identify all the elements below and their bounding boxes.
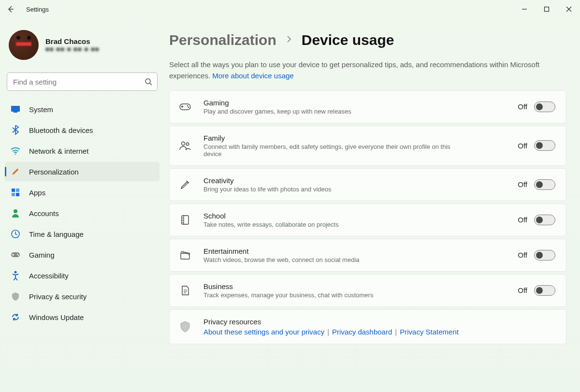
window-controls [513,0,580,18]
gamepad-outline-icon [179,101,191,113]
nav-label: Privacy & security [29,292,87,301]
toggle-entertainment[interactable]: Off [518,250,555,261]
card-privacy-resources: Privacy resources About these settings a… [169,309,566,344]
card-desc: Bring your ideas to life with photos and… [203,186,455,193]
nav-item-system[interactable]: System [5,100,160,119]
toggle-switch [534,285,555,296]
shield-gradient-icon [179,321,191,333]
svg-point-1 [145,79,150,84]
card-title: School [203,212,505,220]
cards-list: Gaming Play and discover games, keep up … [169,90,566,344]
card-business: Business Track expenses, manage your bus… [169,274,566,307]
privacy-link-statement[interactable]: Privacy Statement [400,328,459,336]
people-icon [179,140,191,151]
titlebar-left: Settings [4,2,49,16]
toggle-gaming[interactable]: Off [518,102,555,112]
toggle-state: Off [518,102,527,111]
toggle-switch [534,215,555,225]
gamepad-icon [11,250,20,260]
accessibility-icon [11,271,20,280]
card-title: Creativity [203,176,505,185]
toggle-switch [534,250,555,261]
svg-rect-5 [12,189,15,192]
nav-item-time[interactable]: Time & language [5,224,160,244]
pen-brush-icon [179,179,191,190]
card-body: Creativity Bring your ideas to life with… [203,176,505,193]
svg-point-14 [14,271,17,274]
search-input[interactable] [13,78,145,86]
svg-rect-7 [12,193,15,196]
svg-point-16 [187,105,188,106]
nav-label: Bluetooth & devices [29,126,93,134]
card-title: Family [203,134,505,142]
separator: | [392,328,400,336]
card-body: Family Connect with family members, edit… [203,134,505,158]
nav-label: System [29,105,53,114]
privacy-resources-title: Privacy resources [203,318,555,326]
nav-item-privacy[interactable]: Privacy & security [5,287,160,306]
svg-point-12 [17,254,18,255]
card-title: Gaming [203,99,505,107]
nav-item-gaming[interactable]: Gaming [5,245,160,264]
minimize-button[interactable] [513,0,536,18]
toggle-switch [534,140,555,151]
breadcrumb-parent[interactable]: Personalization [169,32,276,48]
nav-label: Accounts [29,209,59,218]
card-body: Business Track expenses, manage your bus… [203,282,505,299]
apps-icon [11,188,20,197]
search-field[interactable] [7,73,158,91]
toggle-family[interactable]: Off [518,140,555,151]
update-icon [11,312,20,322]
svg-point-9 [14,209,17,213]
main-content: Personalization Device usage Select all … [164,18,580,392]
shield-icon [11,291,20,301]
nav-item-update[interactable]: Windows Update [5,307,160,327]
toggle-switch [534,179,555,190]
person-icon [11,208,20,218]
nav-item-network[interactable]: Network & internet [5,141,160,160]
back-button[interactable] [4,2,17,16]
toggle-state: Off [518,286,527,294]
nav-item-accounts[interactable]: Accounts [5,203,160,223]
nav-item-bluetooth[interactable]: Bluetooth & devices [5,120,160,140]
page-description: Select all the ways you plan to use your… [169,59,551,82]
svg-point-4 [15,154,16,155]
privacy-link-about[interactable]: About these settings and your privacy [203,328,324,336]
close-button[interactable] [558,0,580,18]
breadcrumb: Personalization Device usage [169,32,566,48]
card-entertainment: Entertainment Watch videos, browse the w… [169,239,566,272]
learn-more-link[interactable]: More about device usage [212,72,293,80]
privacy-links: About these settings and your privacy|Pr… [203,328,555,336]
svg-rect-3 [14,112,17,113]
nav: System Bluetooth & devices Network & int… [5,100,160,327]
separator: | [324,328,332,336]
chevron-right-icon [285,35,293,45]
card-body: School Take notes, write essays, collabo… [203,212,505,228]
svg-rect-6 [16,189,19,192]
nav-label: Network & internet [29,147,88,155]
clapperboard-icon [179,249,191,261]
maximize-button[interactable] [536,0,558,18]
privacy-link-dashboard[interactable]: Privacy dashboard [332,328,392,336]
sidebar: Brad Chacos ■■ ■■ ■ ■■ ■ ■■ System Bluet… [0,18,164,392]
card-title: Business [203,282,505,290]
nav-label: Gaming [29,251,55,259]
toggle-creativity[interactable]: Off [518,179,555,190]
profile-block[interactable]: Brad Chacos ■■ ■■ ■ ■■ ■ ■■ [5,28,160,67]
nav-item-apps[interactable]: Apps [5,183,160,202]
toggle-school[interactable]: Off [518,215,555,225]
card-school: School Take notes, write essays, collabo… [169,203,566,236]
toggle-business[interactable]: Off [518,285,555,296]
notebook-icon [179,214,191,226]
monitor-icon [11,104,20,114]
nav-item-personalization[interactable]: Personalization [5,162,160,181]
svg-point-18 [182,142,185,145]
nav-item-accessibility[interactable]: Accessibility [5,266,160,285]
toggle-state: Off [518,142,527,150]
user-name: Brad Chacos [45,37,100,45]
card-desc: Connect with family members, edit safety… [203,143,455,158]
toggle-switch [534,102,555,112]
search-container [5,67,160,100]
toggle-state: Off [518,251,527,259]
nav-label: Accessibility [29,272,69,280]
